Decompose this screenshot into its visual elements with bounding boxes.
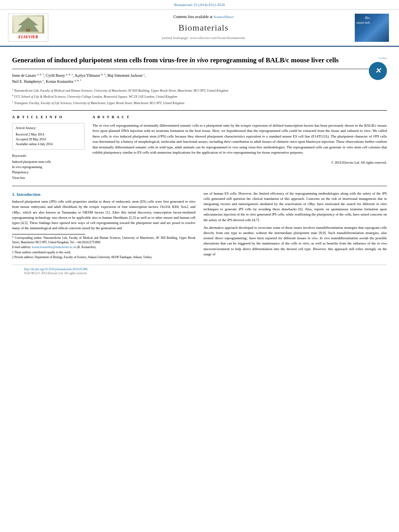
footnotes: * Corresponding author. Nanomedicine Lab…: [12, 236, 195, 260]
journal-ref-text: Biomaterials 35 (2014) 8312–8320: [174, 3, 225, 7]
journal-reference-bar: Biomaterials 35 (2014) 8312–8320: [0, 0, 399, 10]
affiliation-c: c Transgenic Facility, Faculty of Life S…: [12, 100, 387, 105]
contents-line: Contents lists available at ScienceDirec…: [52, 14, 355, 20]
received-date: Received 2 May 2014: [16, 132, 81, 137]
intro-left-text: Induced pluripotent stem (iPS) cells wit…: [12, 199, 195, 231]
issn-copyright: 0142-9612/© 2014 Elsevier Ltd. All right…: [24, 271, 375, 276]
abstract-copyright: © 2014 Elsevier Ltd. All rights reserved…: [93, 159, 387, 165]
svg-rect-2: [26, 29, 30, 32]
sciencedirect-link[interactable]: ScienceDirect: [214, 15, 234, 19]
doi-anchor[interactable]: http://dx.doi.org/10.1016/j.biomaterials…: [24, 267, 88, 271]
journal-title: Biomaterials: [52, 22, 355, 34]
crossmark-label: CrossMark: [378, 57, 387, 60]
elsevier-logo-area: ELSEVIER: [8, 14, 52, 42]
journal-homepage: journal homepage: www.elsevier.com/locat…: [52, 35, 355, 41]
keyword-1: Induced pluripotent stem cells: [12, 160, 84, 164]
affiliations: a Nanomedicine Lab, Faculty of Medical a…: [12, 87, 387, 106]
abstract-header: A B S T R A C T: [93, 115, 387, 120]
article-info-abstract-section: A R T I C L E I N F O Article history: R…: [12, 110, 387, 181]
keyword-2: In vivo reprogramming: [12, 165, 84, 169]
abstract-text: The in vivo cell reprogramming of termin…: [93, 123, 387, 156]
body-left-col: 1. Introduction Induced pluripotent stem…: [12, 191, 195, 261]
authors-line: Irene de Lázaro a, b, 1, Cyrill Bussy a,…: [12, 72, 387, 85]
journal-cover-image: Biomaterials: [355, 14, 391, 42]
intro-section-number: 1. Introduction: [12, 191, 195, 198]
section-divider: [12, 186, 387, 186]
intro-right-text: use of human ES cells. However, the limi…: [204, 191, 387, 257]
crossmark-icon[interactable]: ✕: [369, 62, 387, 80]
intro-para-2: use of human ES cells. However, the limi…: [204, 191, 387, 223]
footnote-email: E-mail address: kostas.kostarelos@manche…: [12, 245, 195, 250]
affiliation-b: b UCL School of Life & Medical Sciences,…: [12, 93, 387, 99]
email-link[interactable]: kostas.kostarelos@manchester.ac.uk: [32, 245, 76, 249]
elsevier-tree-image: [12, 15, 44, 33]
accepted-date: Accepted 28 May 2014: [16, 137, 81, 142]
keyword-4: Virus-free: [12, 176, 84, 180]
journal-cover-placeholder: Biomaterials: [355, 14, 389, 42]
history-label: Article history:: [16, 126, 81, 131]
footnote-corresponding: * Corresponding author. Nanomedicine Lab…: [12, 236, 195, 244]
intro-para-1: Induced pluripotent stem (iPS) cells wit…: [12, 199, 195, 231]
keywords-label: Keywords:: [12, 154, 84, 158]
contents-label: Contents lists available at: [173, 15, 212, 19]
elsevier-logo: ELSEVIER: [8, 14, 48, 42]
main-content: Generation of induced pluripotent stem c…: [0, 50, 399, 278]
keyword-3: Pluripotency: [12, 170, 84, 175]
journal-header: ELSEVIER Contents lists available at Sci…: [0, 10, 399, 47]
elsevier-text: ELSEVIER: [19, 34, 38, 40]
article-info-header: A R T I C L E I N F O: [12, 115, 84, 120]
keywords-box: Keywords: Induced pluripotent stem cells…: [12, 154, 84, 180]
body-right-col: use of human ES cells. However, the limi…: [204, 191, 387, 261]
paper-title: Generation of induced pluripotent stem c…: [12, 56, 387, 65]
article-info-col: A R T I C L E I N F O Article history: R…: [12, 115, 84, 181]
footnote-divider: [12, 234, 85, 234]
article-history-box: Article history: Received 2 May 2014 Acc…: [12, 123, 84, 150]
footnote-2: 2 Present address: Department of Biology…: [12, 255, 195, 260]
paper-title-section: Generation of induced pluripotent stem c…: [12, 50, 387, 69]
footnote-1: 1 These authors contributed equally to t…: [12, 251, 195, 255]
abstract-col: A B S T R A C T The in vivo cell reprogr…: [93, 115, 387, 181]
page: Biomaterials 35 (2014) 8312–8320 ELSEVIE…: [0, 0, 399, 532]
doi-link[interactable]: http://dx.doi.org/10.1016/j.biomaterials…: [24, 267, 375, 272]
journal-cover-label: Biomaterials: [356, 15, 370, 25]
journal-center-info: Contents lists available at ScienceDirec…: [52, 14, 355, 41]
online-date: Available online 4 July 2014: [16, 142, 81, 146]
intro-para-3: An alternative approach developed to ove…: [204, 225, 387, 257]
bottom-bar: http://dx.doi.org/10.1016/j.biomaterials…: [12, 265, 387, 278]
affiliation-a: a Nanomedicine Lab, Faculty of Medical a…: [12, 87, 387, 93]
body-two-col: 1. Introduction Induced pluripotent stem…: [12, 191, 387, 261]
